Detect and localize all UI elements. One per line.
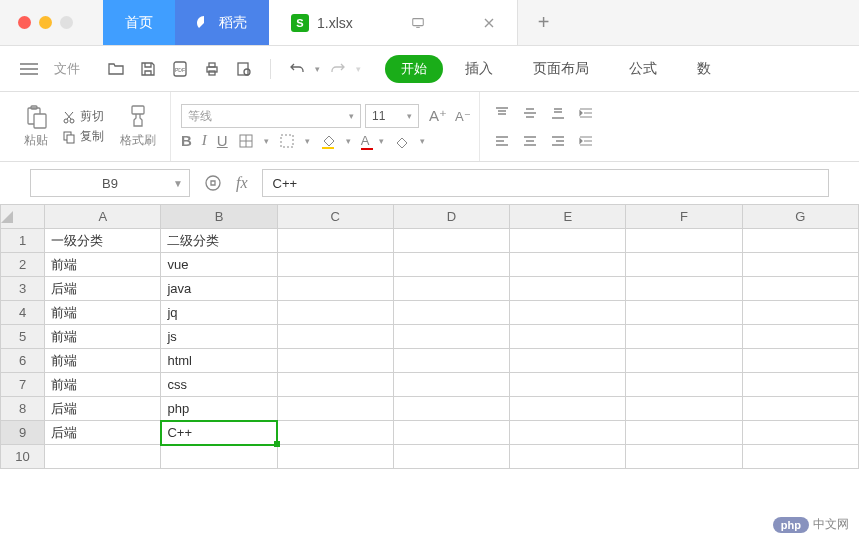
cell[interactable] [510, 373, 626, 397]
ribbon-tab-layout[interactable]: 页面布局 [515, 60, 607, 78]
row-header[interactable]: 3 [1, 277, 45, 301]
cell[interactable] [742, 277, 858, 301]
name-box[interactable]: B9 ▼ [30, 169, 190, 197]
row-header[interactable]: 4 [1, 301, 45, 325]
cell[interactable] [742, 445, 858, 469]
font-name-select[interactable]: 等线 ▾ [181, 104, 361, 128]
cell[interactable] [742, 325, 858, 349]
underline-button[interactable]: U [217, 132, 228, 149]
font-color-button[interactable]: A [361, 133, 370, 148]
cell[interactable] [510, 229, 626, 253]
cell[interactable] [510, 253, 626, 277]
print-icon[interactable] [201, 58, 223, 80]
col-header-B[interactable]: B [161, 205, 277, 229]
tab-home[interactable]: 首页 [103, 0, 175, 45]
cell[interactable] [510, 301, 626, 325]
ribbon-tab-formula[interactable]: 公式 [611, 60, 675, 78]
row-header[interactable]: 7 [1, 373, 45, 397]
decrease-indent-icon[interactable] [574, 101, 598, 125]
cell[interactable] [742, 397, 858, 421]
formula-input[interactable]: C++ [262, 169, 829, 197]
cell[interactable] [742, 301, 858, 325]
cell[interactable]: css [161, 373, 277, 397]
align-left-icon[interactable] [490, 129, 514, 153]
cell[interactable] [277, 301, 393, 325]
save-icon[interactable] [137, 58, 159, 80]
cell[interactable] [277, 253, 393, 277]
file-menu[interactable]: 文件 [54, 60, 80, 78]
cell[interactable]: 前端 [45, 373, 161, 397]
cell[interactable] [742, 373, 858, 397]
italic-button[interactable]: I [202, 132, 207, 149]
cell[interactable]: 后端 [45, 397, 161, 421]
cell[interactable] [277, 325, 393, 349]
cell[interactable] [393, 349, 509, 373]
cell[interactable]: 一级分类 [45, 229, 161, 253]
cell[interactable] [626, 421, 742, 445]
cell[interactable] [510, 277, 626, 301]
border-button[interactable] [238, 133, 254, 149]
cell[interactable] [393, 325, 509, 349]
font-size-select[interactable]: 11 ▾ [365, 104, 419, 128]
cell[interactable] [626, 301, 742, 325]
cell[interactable] [277, 229, 393, 253]
cell[interactable] [626, 397, 742, 421]
cell[interactable] [626, 325, 742, 349]
tab-add[interactable]: + [518, 0, 570, 45]
col-header-C[interactable]: C [277, 205, 393, 229]
ribbon-tab-data[interactable]: 数 [679, 60, 729, 78]
cell[interactable] [510, 421, 626, 445]
cell[interactable] [45, 445, 161, 469]
close-window-button[interactable] [18, 16, 31, 29]
select-all-corner[interactable] [1, 205, 45, 229]
tab-daoke[interactable]: 稻壳 [175, 0, 269, 45]
screen-share-icon[interactable] [411, 16, 425, 30]
row-header[interactable]: 10 [1, 445, 45, 469]
col-header-A[interactable]: A [45, 205, 161, 229]
cell[interactable]: vue [161, 253, 277, 277]
maximize-window-button[interactable] [60, 16, 73, 29]
tab-file[interactable]: S 1.xlsx [269, 0, 518, 45]
cell[interactable]: 前端 [45, 301, 161, 325]
hamburger-icon[interactable] [20, 68, 38, 70]
undo-icon[interactable] [286, 58, 308, 80]
paste-button[interactable]: 粘贴 [18, 104, 54, 149]
cell[interactable] [626, 445, 742, 469]
cell[interactable] [742, 349, 858, 373]
cell[interactable]: jq [161, 301, 277, 325]
cell[interactable] [742, 421, 858, 445]
cell[interactable] [626, 229, 742, 253]
print-preview-icon[interactable] [233, 58, 255, 80]
cell[interactable]: 前端 [45, 325, 161, 349]
cell[interactable]: js [161, 325, 277, 349]
ribbon-tab-start[interactable]: 开始 [385, 55, 443, 83]
cell[interactable]: php [161, 397, 277, 421]
cell[interactable] [626, 277, 742, 301]
cell[interactable]: 前端 [45, 253, 161, 277]
cell[interactable] [393, 445, 509, 469]
clear-format-button[interactable] [394, 133, 410, 149]
col-header-G[interactable]: G [742, 205, 858, 229]
col-header-D[interactable]: D [393, 205, 509, 229]
cell-style-button[interactable] [279, 133, 295, 149]
cell[interactable]: 前端 [45, 349, 161, 373]
cell[interactable] [510, 349, 626, 373]
cell[interactable] [277, 349, 393, 373]
cell[interactable] [277, 421, 393, 445]
cell[interactable] [742, 253, 858, 277]
redo-icon[interactable] [327, 58, 349, 80]
align-bottom-icon[interactable] [546, 101, 570, 125]
cell[interactable] [277, 277, 393, 301]
cell[interactable]: 后端 [45, 421, 161, 445]
col-header-E[interactable]: E [510, 205, 626, 229]
undo-dropdown[interactable]: ▾ [315, 64, 320, 74]
cell[interactable] [393, 277, 509, 301]
fill-color-button[interactable] [320, 133, 336, 149]
grid[interactable]: A B C D E F G 1一级分类二级分类 2前端vue 3后端java 4… [0, 204, 859, 469]
cell[interactable] [393, 229, 509, 253]
fx-icon[interactable]: fx [236, 174, 248, 192]
align-center-icon[interactable] [518, 129, 542, 153]
ribbon-tab-insert[interactable]: 插入 [447, 60, 511, 78]
cell[interactable] [510, 397, 626, 421]
cell[interactable] [393, 301, 509, 325]
